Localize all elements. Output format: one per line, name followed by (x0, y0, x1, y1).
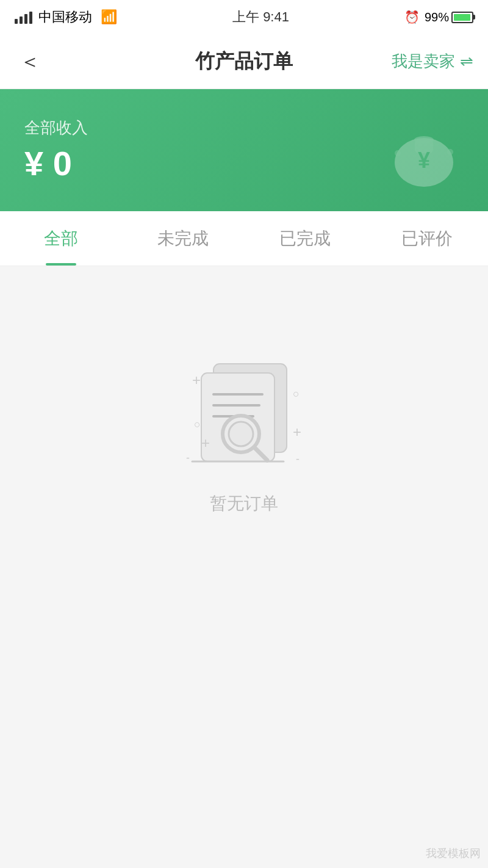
status-right: ⏰ 99% (404, 10, 473, 24)
svg-text:-: - (186, 452, 190, 464)
svg-text:○: ○ (293, 388, 300, 400)
revenue-label: 全部收入 (24, 117, 88, 139)
svg-point-12 (229, 422, 253, 446)
tab-pending[interactable]: 未完成 (122, 211, 244, 266)
svg-text:-: - (296, 453, 300, 465)
carrier-label: 中国移动 (38, 8, 92, 26)
battery-container: 99% (425, 10, 473, 24)
watermark: 我爱模板网 (426, 846, 481, 861)
battery-fill (454, 14, 470, 21)
battery-percent: 99% (425, 10, 449, 24)
tab-completed-label: 已完成 (279, 227, 331, 250)
empty-state: + ○ ○ + + - - 暂无订单 (0, 266, 488, 564)
status-left: 中国移动 📶 (15, 8, 117, 26)
svg-point-4 (395, 150, 401, 156)
svg-point-5 (447, 149, 453, 155)
svg-text:+: + (293, 424, 301, 440)
nav-bar: ＜ 竹产品订单 我是卖家 ⇌ (0, 34, 488, 89)
tab-pending-label: 未完成 (157, 227, 209, 250)
svg-text:¥: ¥ (418, 148, 430, 173)
svg-point-2 (414, 136, 434, 143)
alarm-icon: ⏰ (404, 10, 420, 24)
svg-text:+: + (201, 435, 210, 451)
tab-bar: 全部 未完成 已完成 已评价 (0, 211, 488, 266)
back-button[interactable]: ＜ (15, 43, 45, 81)
tab-reviewed[interactable]: 已评价 (366, 211, 488, 266)
seller-link-label: 我是卖家 (392, 51, 455, 72)
revenue-banner: 全部收入 ¥ 0 ¥ (0, 89, 488, 211)
seller-link-icon: ⇌ (460, 52, 473, 71)
svg-text:○: ○ (194, 418, 201, 430)
svg-text:+: + (192, 372, 201, 388)
tab-all[interactable]: 全部 (0, 211, 122, 266)
empty-illustration: + ○ ○ + + - - (165, 339, 323, 474)
status-bar: 中国移动 📶 上午 9:41 ⏰ 99% (0, 0, 488, 34)
signal-icon (15, 10, 32, 24)
revenue-left: 全部收入 ¥ 0 (24, 117, 88, 183)
revenue-amount: ¥ 0 (24, 143, 88, 183)
tab-completed[interactable]: 已完成 (244, 211, 366, 266)
tab-all-label: 全部 (44, 227, 78, 250)
money-bag-icon: ¥ (384, 110, 464, 190)
battery-icon (451, 12, 473, 23)
wifi-icon: 📶 (101, 9, 117, 25)
seller-link[interactable]: 我是卖家 ⇌ (392, 51, 473, 72)
status-time: 上午 9:41 (232, 8, 289, 26)
tab-reviewed-label: 已评价 (401, 227, 453, 250)
empty-text: 暂无订单 (210, 492, 278, 515)
page-title: 竹产品订单 (195, 48, 293, 75)
